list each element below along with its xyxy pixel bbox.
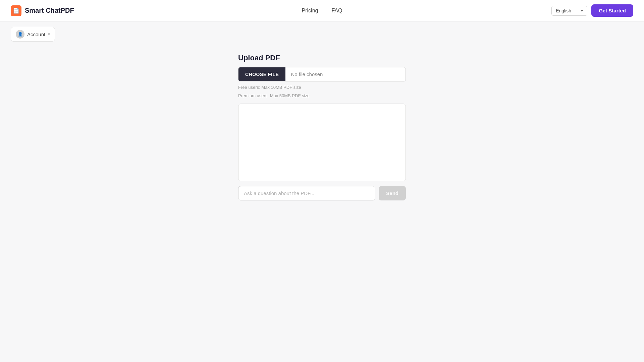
upload-title: Upload PDF bbox=[238, 54, 406, 62]
upload-section: Upload PDF CHOOSE FILE No file chosen Fr… bbox=[238, 54, 406, 100]
pricing-link[interactable]: Pricing bbox=[302, 8, 318, 14]
question-input[interactable] bbox=[238, 186, 375, 200]
header: 📄 Smart ChatPDF Pricing FAQ English Span… bbox=[0, 0, 644, 21]
file-info-premium: Premium users: Max 50MB PDF size bbox=[238, 93, 406, 100]
header-right: English Spanish French German Chinese Ja… bbox=[551, 4, 633, 17]
account-button[interactable]: 👤 Account ▾ bbox=[11, 27, 55, 42]
send-button[interactable]: Send bbox=[379, 186, 406, 200]
app-logo-icon: 📄 bbox=[11, 5, 21, 16]
logo-area: 📄 Smart ChatPDF bbox=[11, 5, 74, 16]
app-title: Smart ChatPDF bbox=[25, 7, 74, 14]
file-input-row: CHOOSE FILE No file chosen bbox=[238, 67, 406, 81]
chevron-down-icon: ▾ bbox=[48, 32, 50, 37]
file-info-free: Free users: Max 10MB PDF size bbox=[238, 84, 406, 91]
language-select[interactable]: English Spanish French German Chinese Ja… bbox=[551, 6, 587, 16]
input-row: Send bbox=[238, 186, 406, 200]
faq-link[interactable]: FAQ bbox=[331, 8, 342, 14]
account-label: Account bbox=[27, 32, 45, 37]
account-avatar: 👤 bbox=[16, 30, 24, 39]
file-name-display: No file chosen bbox=[285, 67, 406, 81]
choose-file-button[interactable]: CHOOSE FILE bbox=[238, 67, 285, 81]
main-nav: Pricing FAQ bbox=[302, 8, 342, 14]
sub-header: 👤 Account ▾ bbox=[0, 21, 644, 47]
chat-display-area bbox=[238, 104, 406, 181]
main-content: Upload PDF CHOOSE FILE No file chosen Fr… bbox=[0, 47, 644, 214]
get-started-button[interactable]: Get Started bbox=[591, 4, 633, 17]
